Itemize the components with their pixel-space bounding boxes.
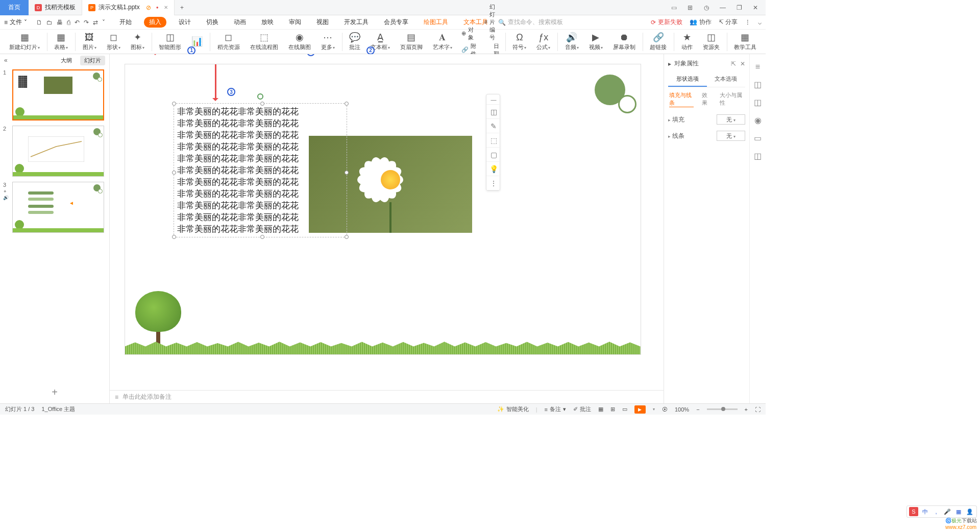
- effects-subtab[interactable]: 效果: [702, 91, 712, 107]
- skin-icon[interactable]: ◷: [701, 4, 712, 11]
- ribbon-资源夹[interactable]: ◫资源夹: [698, 30, 725, 54]
- print-icon[interactable]: 🖶: [57, 19, 63, 26]
- tab-insert[interactable]: 插入: [144, 17, 166, 28]
- tab-home[interactable]: 首页: [0, 0, 29, 15]
- more-icon[interactable]: ︙: [745, 19, 751, 26]
- text-line[interactable]: 非常美丽的花花非常美丽的花花: [177, 164, 344, 176]
- resize-handle[interactable]: [345, 235, 349, 239]
- slide-thumbnail-1[interactable]: ████████████████████████████████████████…: [12, 69, 104, 120]
- tab-view[interactable]: 视图: [313, 17, 332, 28]
- print-preview-icon[interactable]: ⎙: [67, 19, 70, 26]
- ribbon-智能图形[interactable]: ◫智能图形: [154, 30, 186, 54]
- qat-more-icon[interactable]: ˅: [102, 19, 105, 26]
- tab-member[interactable]: 会员专享: [381, 17, 411, 28]
- pin-icon[interactable]: ⇱: [731, 60, 736, 67]
- size-props-subtab[interactable]: 大小与属性: [720, 91, 744, 107]
- float-tool[interactable]: —: [486, 94, 501, 105]
- shape-options-tab[interactable]: 形状选项: [668, 72, 707, 87]
- update-failed[interactable]: ⟳更新失败: [651, 18, 682, 27]
- ribbon-动作[interactable]: ★动作: [676, 30, 698, 54]
- text-line[interactable]: 非常美丽的花花非常美丽的花花: [177, 211, 344, 223]
- rail-icon[interactable]: ◉: [754, 115, 762, 125]
- sync-icon[interactable]: ⇄: [93, 19, 98, 26]
- ribbon-公式[interactable]: ƒx公式▾: [531, 30, 555, 54]
- ribbon-在线流程图[interactable]: ⬚在线流程图: [245, 30, 283, 54]
- ribbon-屏幕录制[interactable]: ⏺屏幕录制: [608, 30, 641, 54]
- resize-handle[interactable]: [345, 171, 349, 175]
- float-tool[interactable]: ▢: [486, 148, 501, 162]
- text-box[interactable]: 非常美丽的花花非常美丽的花花非常美丽的花花非常美丽的花花非常美丽的花花非常美丽的…: [174, 103, 347, 237]
- rail-icon[interactable]: ◫: [754, 80, 762, 89]
- ribbon-更多[interactable]: ⋯更多▾: [316, 30, 340, 54]
- zoom-out-icon[interactable]: −: [696, 406, 699, 413]
- text-line[interactable]: 非常美丽的花花非常美丽的花花: [177, 200, 344, 211]
- tab-document[interactable]: P 演示文稿1.pptx ⊘ ● ✕: [82, 0, 175, 15]
- chevron-icon[interactable]: ▸: [668, 60, 671, 67]
- close-icon[interactable]: ✕: [164, 5, 168, 10]
- outline-tab[interactable]: 大纲: [57, 56, 76, 65]
- ribbon-稻壳资源[interactable]: ◻稻壳资源: [212, 30, 245, 54]
- resize-handle[interactable]: [172, 235, 176, 239]
- undo-icon[interactable]: ↶: [75, 19, 80, 26]
- float-tool[interactable]: ◫: [486, 105, 501, 119]
- redo-icon[interactable]: ↷: [84, 19, 89, 26]
- maximize-button[interactable]: ❐: [734, 4, 744, 11]
- resize-handle[interactable]: [260, 102, 264, 106]
- ribbon-形状[interactable]: ◻形状▾: [102, 30, 126, 54]
- zoom-slider[interactable]: [707, 408, 738, 410]
- share-button[interactable]: ↸ 分享: [719, 18, 738, 27]
- text-line[interactable]: 非常美丽的花花非常美丽的花花: [177, 141, 344, 153]
- collapse-ribbon-icon[interactable]: ⌵: [758, 19, 762, 26]
- tab-review[interactable]: 审阅: [286, 17, 304, 28]
- ribbon-在线脑图[interactable]: ◉在线脑图: [283, 30, 316, 54]
- view-sorter-icon[interactable]: ⊞: [610, 406, 615, 413]
- text-line[interactable]: 非常美丽的花花非常美丽的花花: [177, 188, 344, 200]
- tab-transition[interactable]: 切换: [203, 17, 222, 28]
- text-line[interactable]: 非常美丽的花花非常美丽的花花: [177, 106, 344, 117]
- zoom-in-icon[interactable]: +: [745, 406, 748, 413]
- ribbon-艺术字[interactable]: 𝐀艺术字▾: [428, 30, 457, 54]
- text-line[interactable]: 非常美丽的花花非常美丽的花花: [177, 176, 344, 188]
- resize-handle[interactable]: [260, 235, 264, 239]
- ribbon-符号[interactable]: Ω符号▾: [507, 30, 531, 54]
- tab-drawing-tools[interactable]: 绘图工具: [421, 17, 451, 28]
- slide[interactable]: 非常美丽的花花非常美丽的花花非常美丽的花花非常美丽的花花非常美丽的花花非常美丽的…: [125, 64, 641, 354]
- grid-icon[interactable]: ⊞: [685, 4, 695, 11]
- comments-toggle[interactable]: ✐批注: [573, 405, 591, 413]
- rotate-handle[interactable]: [257, 93, 263, 100]
- command-search[interactable]: 🔍 查找命令、搜索模板: [498, 18, 563, 27]
- fill-select[interactable]: 无: [717, 114, 745, 125]
- new-tab-button[interactable]: +: [175, 4, 190, 11]
- resize-handle[interactable]: [172, 102, 176, 106]
- ribbon-批注[interactable]: 💬批注: [344, 30, 365, 54]
- resize-handle[interactable]: [345, 102, 349, 106]
- panel-collapse-icon[interactable]: «: [4, 57, 8, 64]
- open-icon[interactable]: 🗀: [46, 19, 53, 26]
- view-normal-icon[interactable]: ▦: [598, 406, 603, 413]
- tab-developer[interactable]: 开发工具: [341, 17, 372, 28]
- resize-handle[interactable]: [172, 171, 176, 175]
- tab-slideshow[interactable]: 放映: [258, 17, 277, 28]
- ribbon-[interactable]: 📊1: [186, 30, 208, 54]
- text-line[interactable]: 非常美丽的花花非常美丽的花花: [177, 117, 344, 129]
- text-line[interactable]: 非常美丽的花花非常美丽的花花: [177, 129, 344, 141]
- zoom-percent[interactable]: 100%: [675, 406, 689, 413]
- ribbon-新建幻灯片[interactable]: ▦新建幻灯片▾: [4, 30, 45, 54]
- slides-tab[interactable]: 幻灯片: [80, 56, 105, 65]
- notes-toggle[interactable]: ≡备注 ▾: [545, 405, 566, 413]
- tab-start[interactable]: 开始: [116, 17, 135, 28]
- float-tool[interactable]: 💡: [486, 162, 501, 176]
- layout-icon[interactable]: ▭: [669, 4, 679, 11]
- ribbon-图片[interactable]: 🖼图片▾: [78, 30, 102, 54]
- text-options-tab[interactable]: 文本选项: [707, 72, 746, 87]
- rail-icon[interactable]: ≡: [755, 62, 760, 71]
- smart-beautify[interactable]: ✨智能美化: [497, 405, 529, 413]
- file-menu[interactable]: ≡ 文件 ˅: [4, 18, 27, 27]
- ribbon-音频[interactable]: 🔊音频▾: [560, 30, 584, 54]
- rail-icon[interactable]: ▭: [754, 133, 762, 143]
- ribbon-页眉页脚[interactable]: ▤页眉页脚: [395, 30, 428, 54]
- slide-thumbnail-2[interactable]: [12, 126, 104, 177]
- ribbon-small-button[interactable]: #幻灯片编号: [484, 3, 499, 41]
- ribbon-图标[interactable]: ✦图标▾: [126, 30, 150, 54]
- view-reading-icon[interactable]: ▭: [622, 406, 627, 413]
